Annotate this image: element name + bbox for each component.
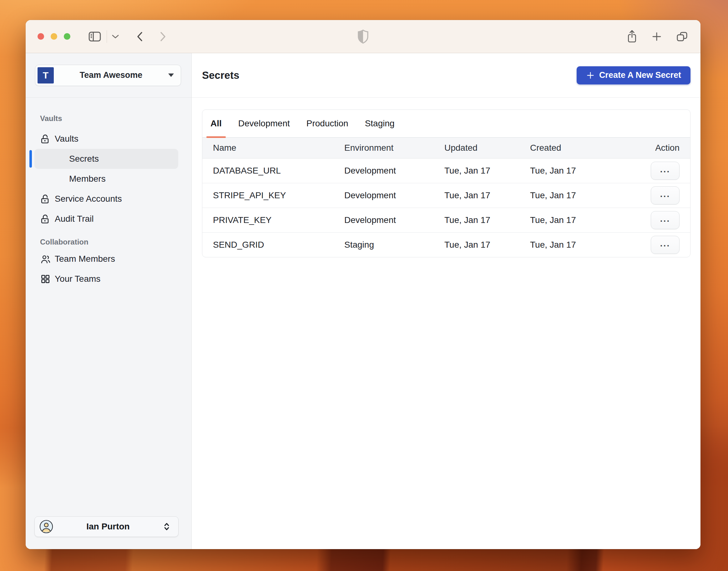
column-header-created: Created	[530, 143, 651, 153]
sidebar-item-service-accounts[interactable]: Service Accounts	[26, 189, 192, 209]
secret-created: Tue, Jan 17	[530, 215, 651, 225]
sidebar-item-secrets[interactable]: Secrets	[34, 149, 178, 169]
section-label-vaults: Vaults	[40, 113, 192, 124]
sidebar-item-your-teams[interactable]: Your Teams	[26, 269, 192, 289]
secret-updated: Tue, Jan 17	[444, 215, 530, 225]
table-row[interactable]: SEND_GRID Staging Tue, Jan 17 Tue, Jan 1…	[202, 233, 690, 257]
caret-down-icon	[168, 74, 174, 77]
secret-updated: Tue, Jan 17	[444, 240, 530, 250]
user-menu[interactable]: Ian Purton	[34, 516, 178, 537]
tab-all[interactable]: All	[208, 110, 224, 137]
sidebar-nav: Vaults Vaults Secrets	[26, 98, 192, 516]
page-title: Secrets	[202, 70, 239, 81]
sidebar-item-label: Vaults	[55, 134, 79, 144]
column-header-updated: Updated	[444, 143, 530, 153]
forward-button-icon[interactable]	[159, 30, 167, 43]
team-avatar: T	[37, 67, 54, 84]
secret-created: Tue, Jan 17	[530, 166, 651, 176]
up-down-chevron-icon	[162, 522, 171, 531]
secret-name: PRIVATE_KEY	[213, 215, 344, 225]
unlock-icon	[40, 133, 51, 144]
new-tab-plus-icon[interactable]	[651, 31, 662, 42]
table-header: Name Environment Updated Created Action	[202, 138, 690, 158]
grid-icon	[40, 273, 51, 284]
secret-updated: Tue, Jan 17	[444, 191, 530, 201]
sidebar-header: T Team Awesome	[26, 53, 192, 98]
content-area: All Development Production Staging Name …	[192, 98, 701, 257]
sidebar: T Team Awesome Vaults	[26, 53, 192, 549]
tab-overview-icon[interactable]	[676, 30, 689, 43]
tab-development[interactable]: Development	[236, 110, 292, 137]
column-header-action: Action	[655, 143, 690, 153]
sidebar-item-label: Service Accounts	[55, 194, 122, 204]
sidebar-toggle-icon[interactable]	[88, 31, 102, 42]
zoom-window-button[interactable]	[64, 33, 71, 40]
main-panel: Secrets Create A New Secret All	[192, 53, 701, 549]
sidebar-item-label: Audit Trail	[55, 214, 94, 224]
sidebar-item-label: Team Members	[55, 254, 115, 264]
people-icon	[40, 254, 51, 264]
secret-environment: Development	[344, 215, 444, 225]
secret-environment: Development	[344, 166, 444, 176]
toolbar-separator	[107, 30, 107, 43]
team-name: Team Awesome	[54, 70, 168, 80]
main-header: Secrets Create A New Secret	[192, 53, 701, 98]
row-actions-button[interactable]: ...	[651, 162, 680, 180]
table-row[interactable]: DATABASE_URL Development Tue, Jan 17 Tue…	[202, 158, 690, 183]
sidebar-item-members[interactable]: Members	[26, 169, 192, 189]
sidebar-item-label: Members	[69, 174, 106, 184]
secret-name: SEND_GRID	[213, 240, 344, 250]
user-name: Ian Purton	[53, 522, 162, 532]
sidebar-item-vaults[interactable]: Vaults	[26, 129, 192, 149]
back-button-icon[interactable]	[136, 30, 144, 43]
create-secret-label: Create A New Secret	[599, 70, 681, 80]
window-titlebar	[26, 20, 701, 53]
secret-environment: Development	[344, 191, 444, 201]
unlock-icon	[40, 214, 51, 224]
sidebar-item-team-members[interactable]: Team Members	[26, 249, 192, 269]
environment-tabs: All Development Production Staging	[202, 110, 690, 138]
traffic-lights	[37, 33, 71, 40]
secrets-card: All Development Production Staging Name …	[202, 109, 691, 257]
tab-staging[interactable]: Staging	[362, 110, 397, 137]
row-actions-button[interactable]: ...	[651, 211, 680, 229]
desktop-wallpaper: T Team Awesome Vaults	[0, 0, 728, 571]
secret-created: Tue, Jan 17	[530, 191, 651, 201]
sidebar-item-audit-trail[interactable]: Audit Trail	[26, 209, 192, 229]
close-window-button[interactable]	[37, 33, 44, 40]
user-circle-icon	[39, 520, 53, 534]
unlock-icon	[40, 194, 51, 204]
table-row[interactable]: PRIVATE_KEY Development Tue, Jan 17 Tue,…	[202, 208, 690, 233]
secret-created: Tue, Jan 17	[530, 240, 651, 250]
row-actions-button[interactable]: ...	[651, 186, 680, 205]
sidebar-item-label: Secrets	[69, 154, 99, 164]
column-header-environment: Environment	[344, 143, 444, 153]
secret-updated: Tue, Jan 17	[444, 166, 530, 176]
row-actions-button[interactable]: ...	[651, 236, 680, 254]
minimize-window-button[interactable]	[51, 33, 57, 40]
selected-indicator-bar	[29, 150, 32, 167]
shield-icon	[357, 29, 369, 44]
column-header-name: Name	[213, 143, 344, 153]
chevron-down-icon[interactable]	[111, 34, 119, 39]
create-secret-button[interactable]: Create A New Secret	[577, 66, 691, 85]
share-icon[interactable]	[626, 29, 638, 44]
sidebar-item-label: Your Teams	[55, 274, 100, 284]
tab-production[interactable]: Production	[304, 110, 351, 137]
secret-environment: Staging	[344, 240, 444, 250]
section-label-collaboration: Collaboration	[40, 235, 192, 249]
secret-name: DATABASE_URL	[213, 166, 344, 176]
secret-name: STRIPE_API_KEY	[213, 191, 344, 201]
table-row[interactable]: STRIPE_API_KEY Development Tue, Jan 17 T…	[202, 183, 690, 208]
app-window: T Team Awesome Vaults	[26, 20, 701, 549]
plus-icon	[586, 71, 595, 80]
team-switcher[interactable]: T Team Awesome	[35, 65, 181, 86]
